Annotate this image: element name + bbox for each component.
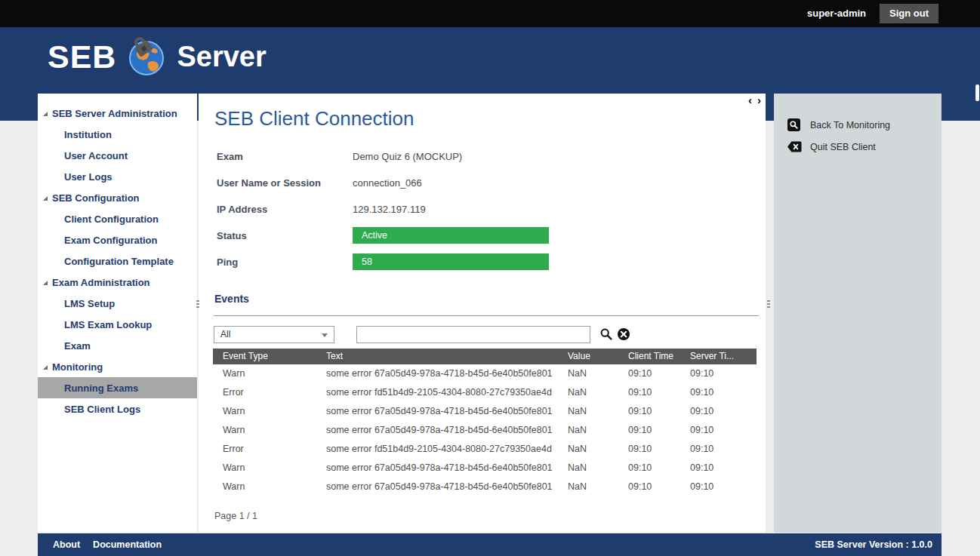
field-label: Exam <box>217 151 353 169</box>
field-label: IP Address <box>217 204 353 222</box>
event-type-filter-select[interactable]: All <box>214 326 334 343</box>
column-header-client-time[interactable]: Client Time <box>628 349 690 364</box>
sidebar-item-seb-server-administration[interactable]: SEB Server Administration <box>38 103 197 124</box>
logo-text-seb: SEB <box>48 38 116 75</box>
table-row[interactable]: Error some error fd51b4d9-2105-4304-8080… <box>213 440 757 459</box>
page-scrollbar-thumb[interactable] <box>975 84 979 101</box>
sidebar-item-lms-setup[interactable]: LMS Setup <box>38 293 197 314</box>
quit-seb-client-button[interactable]: Quit SEB Client <box>787 140 876 153</box>
chevron-down-icon <box>322 333 328 337</box>
field-value: 129.132.197.119 <box>353 204 426 222</box>
field-label: Status <box>217 230 353 248</box>
panel-pager: ‹ › <box>748 94 761 106</box>
sidebar-item-user-account[interactable]: User Account <box>38 145 197 166</box>
sidebar-item-seb-client-logs[interactable]: SEB Client Logs <box>38 398 197 419</box>
main-panel: ‹ › SEB Client Connection Exam Demo Quiz… <box>199 94 766 533</box>
sidebar-item-running-exams[interactable]: Running Exams <box>38 377 197 398</box>
table-row[interactable]: Error some error fd51b4d9-2105-4304-8080… <box>213 383 757 402</box>
tree-expand-icon <box>43 281 48 285</box>
action-label: Quit SEB Client <box>810 142 876 152</box>
ping-badge: 58 <box>353 253 549 270</box>
version-label: SEB Server Version : 1.0.0 <box>815 539 932 550</box>
current-user-label: super-admin <box>807 8 866 19</box>
table-row[interactable]: Warn some error 67a05d49-978a-4718-b45d-… <box>213 421 757 440</box>
field-ip-address: IP Address 129.132.197.119 <box>217 204 426 222</box>
sidebar-item-monitoring[interactable]: Monitoring <box>38 356 197 377</box>
search-icon[interactable] <box>599 327 613 341</box>
about-link[interactable]: About <box>53 539 80 550</box>
column-header-value[interactable]: Value <box>568 349 628 364</box>
tree-expand-icon <box>43 365 48 370</box>
sidebar-item-user-logs[interactable]: User Logs <box>38 166 197 187</box>
field-ping: Ping 58 <box>217 256 549 275</box>
top-bar: super-admin Sign out <box>0 0 980 27</box>
field-label: User Name or Session <box>217 177 353 195</box>
page-title: SEB Client Connection <box>214 107 414 131</box>
table-row[interactable]: Warn some error 67a05d49-978a-4718-b45d-… <box>213 364 757 383</box>
documentation-link[interactable]: Documentation <box>93 539 162 550</box>
action-label: Back To Monitoring <box>810 120 890 131</box>
action-pane: Back To Monitoring Quit SEB Client <box>774 94 941 533</box>
column-header-text[interactable]: Text <box>326 349 568 364</box>
events-table: Event Type Text Value Client Time Server… <box>213 349 757 496</box>
column-header-server-time[interactable]: Server Ti... <box>690 349 747 364</box>
field-value: connection_066 <box>353 177 422 195</box>
clear-filter-icon[interactable] <box>617 327 630 341</box>
sign-out-button[interactable]: Sign out <box>880 4 938 23</box>
section-divider <box>214 315 759 316</box>
chevron-right-icon[interactable]: › <box>757 94 761 106</box>
field-label: Ping <box>217 256 353 275</box>
column-header-event-type[interactable]: Event Type <box>213 349 326 364</box>
status-badge: Active <box>353 227 549 244</box>
sidebar-item-configuration-template[interactable]: Configuration Template <box>38 250 197 272</box>
sidebar-item-exam-configuration[interactable]: Exam Configuration <box>38 229 197 250</box>
splitter-grip[interactable] <box>766 299 771 318</box>
app-logo: SEB Server <box>48 36 267 77</box>
sidebar-item-lms-exam-lookup[interactable]: LMS Exam Lookup <box>38 314 197 335</box>
sidebar-item-exam-administration[interactable]: Exam Administration <box>38 272 197 293</box>
events-table-header: Event Type Text Value Client Time Server… <box>213 349 757 364</box>
logo-text-server: Server <box>177 41 266 73</box>
events-search-input[interactable] <box>356 326 590 343</box>
table-row[interactable]: Warn some error 67a05d49-978a-4718-b45d-… <box>213 459 757 478</box>
sidebar-item-institution[interactable]: Institution <box>38 124 197 145</box>
monitor-search-icon <box>787 118 800 131</box>
footer-bar: About Documentation SEB Server Version :… <box>38 533 941 556</box>
sidebar-navigation: SEB Server Administration Institution Us… <box>38 94 197 533</box>
sidebar-item-client-configuration[interactable]: Client Configuration <box>38 208 197 229</box>
sidebar-item-seb-configuration[interactable]: SEB Configuration <box>38 187 197 208</box>
field-status: Status Active <box>217 230 549 248</box>
field-exam: Exam Demo Quiz 6 (MOCKUP) <box>217 151 462 169</box>
tree-expand-icon <box>43 112 48 116</box>
field-value: Demo Quiz 6 (MOCKUP) <box>353 151 462 169</box>
quit-backspace-icon <box>787 140 800 153</box>
events-section-title: Events <box>214 293 249 305</box>
field-user-session: User Name or Session connection_066 <box>217 177 422 195</box>
sidebar-item-exam[interactable]: Exam <box>38 335 197 356</box>
pagination-label: Page 1 / 1 <box>214 511 257 521</box>
table-row[interactable]: Warn some error 67a05d49-978a-4718-b45d-… <box>213 478 757 496</box>
back-to-monitoring-button[interactable]: Back To Monitoring <box>787 118 890 131</box>
table-row[interactable]: Warn some error 67a05d49-978a-4718-b45d-… <box>213 402 757 421</box>
chevron-left-icon[interactable]: ‹ <box>748 94 752 106</box>
tree-expand-icon <box>43 196 48 201</box>
splitter-grip[interactable] <box>196 299 200 318</box>
globe-lock-icon <box>126 36 167 77</box>
